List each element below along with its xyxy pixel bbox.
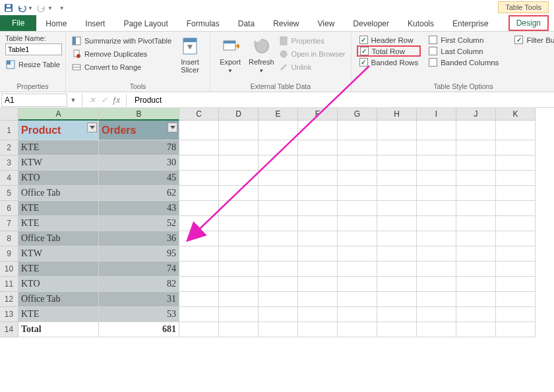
cell[interactable]: KTO [18,277,99,292]
row-header[interactable]: 2 [0,140,18,155]
cell[interactable] [377,277,417,292]
cell[interactable] [219,231,259,246]
cell[interactable] [456,246,496,262]
cell[interactable] [417,262,456,277]
table-name-input[interactable] [5,43,62,55]
cell[interactable] [456,140,496,155]
cell[interactable] [179,277,219,292]
cell[interactable] [219,292,259,307]
row-header[interactable]: 8 [0,231,18,246]
cell[interactable] [338,322,377,337]
undo-dropdown-icon[interactable]: ▼ [28,5,33,11]
cell[interactable]: KTW [18,155,99,171]
cell[interactable] [338,231,377,246]
cell[interactable] [259,186,298,201]
cell[interactable] [338,216,377,231]
cell[interactable] [179,171,219,186]
cell[interactable] [298,307,338,322]
cell[interactable]: 43 [99,201,179,216]
cell[interactable] [417,322,456,337]
cell[interactable] [298,231,338,246]
cell[interactable] [338,292,377,307]
row-header[interactable]: 7 [0,216,18,231]
cell[interactable]: KTE [18,262,99,277]
cell[interactable] [496,186,536,201]
cell[interactable] [259,231,298,246]
banded-rows-checkbox[interactable]: Banded Rows [357,57,421,68]
cell[interactable] [417,292,456,307]
cell[interactable] [456,307,496,322]
row-header[interactable]: 14 [0,322,18,337]
cell[interactable]: Office Tab [18,186,99,201]
cell[interactable] [259,322,298,337]
cell[interactable] [417,171,456,186]
cell[interactable] [219,201,259,216]
cell[interactable] [219,155,259,171]
row-header[interactable]: 10 [0,262,18,277]
cell[interactable] [338,262,377,277]
cell[interactable] [298,277,338,292]
filter-dropdown-icon[interactable] [87,123,97,132]
cell[interactable] [179,186,219,201]
export-button[interactable]: Export ▼ [216,34,245,76]
cell[interactable] [219,262,259,277]
cell[interactable] [219,307,259,322]
column-header-i[interactable]: I [417,108,456,121]
cell[interactable] [298,262,338,277]
cell[interactable] [377,140,417,155]
cell[interactable] [496,140,536,155]
cell[interactable]: 30 [99,155,179,171]
cell[interactable]: Office Tab [18,292,99,307]
remove-duplicates-button[interactable]: Remove Duplicates [71,47,171,61]
column-header-c[interactable]: C [179,108,219,121]
cell[interactable] [456,277,496,292]
cell[interactable] [338,307,377,322]
cell[interactable] [298,246,338,262]
cell[interactable] [219,246,259,262]
cell[interactable]: KTW [18,246,99,262]
column-header-e[interactable]: E [259,108,298,121]
cell[interactable] [298,201,338,216]
column-header-b[interactable]: B [99,108,179,121]
cell[interactable] [496,322,536,337]
column-header-k[interactable]: K [496,108,536,121]
cell[interactable] [377,121,417,140]
column-header-a[interactable]: A [18,108,99,121]
cell[interactable] [417,277,456,292]
cell[interactable] [298,121,338,140]
cell[interactable]: KTO [18,171,99,186]
cell[interactable]: 681 [99,322,179,337]
cell[interactable] [179,246,219,262]
cell[interactable] [259,155,298,171]
cell[interactable] [259,140,298,155]
cell[interactable] [179,231,219,246]
cell[interactable]: 52 [99,216,179,231]
cell[interactable] [377,322,417,337]
cell[interactable] [417,186,456,201]
cell[interactable] [179,140,219,155]
row-header[interactable]: 4 [0,171,18,186]
refresh-button[interactable]: Refresh ▼ [245,34,278,76]
cell[interactable]: 36 [99,231,179,246]
filter-button-checkbox[interactable]: Filter Button [512,34,554,45]
cell[interactable] [377,171,417,186]
cell[interactable] [259,292,298,307]
select-all-corner[interactable] [0,108,18,121]
cell[interactable] [298,216,338,231]
column-header-g[interactable]: G [338,108,377,121]
cell[interactable] [377,262,417,277]
cell[interactable] [456,201,496,216]
cell[interactable]: KTE [18,140,99,155]
cell[interactable] [456,292,496,307]
cell[interactable] [179,262,219,277]
cell[interactable] [338,246,377,262]
cell[interactable] [456,231,496,246]
cell[interactable] [496,246,536,262]
cell[interactable]: 53 [99,307,179,322]
tab-kutools[interactable]: Kutools [398,16,443,31]
cell[interactable]: Total [18,322,99,337]
cell[interactable] [219,216,259,231]
cell[interactable] [417,201,456,216]
tab-page-layout[interactable]: Page Layout [114,16,177,31]
total-row-checkbox[interactable]: Total Row [357,45,421,57]
